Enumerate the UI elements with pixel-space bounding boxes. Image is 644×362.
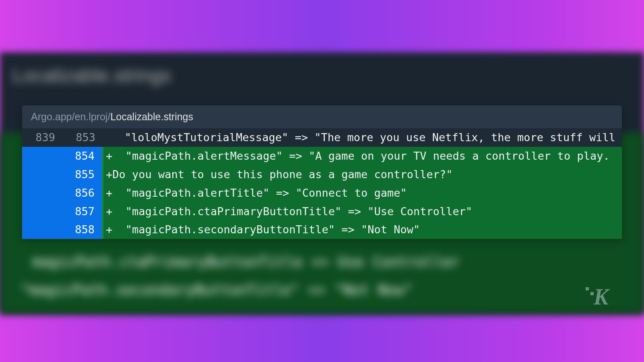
line-number-new: 855 <box>62 165 103 184</box>
blurred-code-line-1: magicPath.ctaPrimaryButtonTitle => Use C… <box>32 253 460 270</box>
code-line[interactable]: + "magicPath.ctaPrimaryButtonTitle" => "… <box>103 202 622 221</box>
line-number-old <box>22 184 62 202</box>
line-number-new: 854 <box>62 147 103 165</box>
watermark-logo: K <box>594 284 608 310</box>
line-number-new: 856 <box>62 184 103 202</box>
diff-row[interactable]: 854+ "magicPath.alertMessage" => "A game… <box>22 147 622 165</box>
diff-row[interactable]: 857+ "magicPath.ctaPrimaryButtonTitle" =… <box>22 202 622 221</box>
line-number-old: 839 <box>22 128 62 147</box>
diff-row[interactable]: 855+Do you want to use this phone as a g… <box>22 165 622 184</box>
code-line[interactable]: + "magicPath.secondaryButtonTitle" => "N… <box>103 220 622 239</box>
code-line[interactable]: "loloMystTutorialMessage" => "The more y… <box>103 128 622 147</box>
file-path-prefix: Argo.app/en.lproj/ <box>31 111 110 122</box>
diff-table: 839853 "loloMystTutorialMessage" => "The… <box>22 128 622 239</box>
line-number-new: 858 <box>62 220 103 239</box>
code-line[interactable]: +Do you want to use this phone as a game… <box>103 165 622 184</box>
code-line[interactable]: + "magicPath.alertMessage" => "A game on… <box>103 147 622 165</box>
line-number-old <box>22 147 62 165</box>
line-number-old <box>22 165 62 184</box>
diff-row[interactable]: 839853 "loloMystTutorialMessage" => "The… <box>22 128 622 147</box>
code-line[interactable]: + "magicPath.alertTitle" => "Connect to … <box>103 184 622 202</box>
blurred-code-line-2: "magicPath.secondaryButtonTitle" => "Not… <box>20 282 413 298</box>
diff-row[interactable]: 856+ "magicPath.alertTitle" => "Connect … <box>22 184 622 202</box>
line-number-old <box>22 202 62 221</box>
diff-panel: Argo.app/en.lproj/Localizable.strings 83… <box>22 105 622 239</box>
diff-row[interactable]: 858+ "magicPath.secondaryButtonTitle" =>… <box>22 220 622 239</box>
file-path-name: Localizable.strings <box>110 111 193 122</box>
file-path-header[interactable]: Argo.app/en.lproj/Localizable.strings <box>22 105 622 128</box>
blurred-title: Localizable.strings <box>12 64 171 86</box>
line-number-old <box>22 220 62 239</box>
line-number-new: 853 <box>62 128 103 147</box>
line-number-new: 857 <box>62 202 103 221</box>
